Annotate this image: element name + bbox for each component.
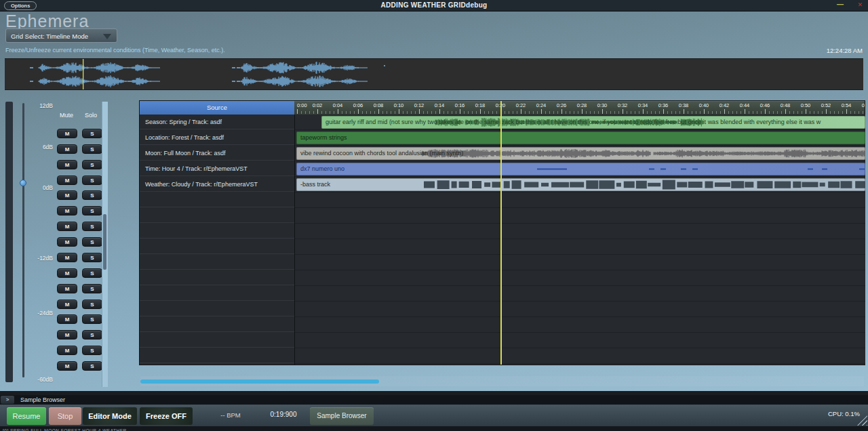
close-icon[interactable]: ✕ — [857, 1, 863, 8]
mute-button[interactable]: M — [57, 190, 77, 200]
mute-button[interactable]: M — [57, 253, 77, 262]
stop-button[interactable]: Stop — [49, 407, 81, 425]
mute-button[interactable]: M — [57, 160, 77, 169]
mute-button[interactable]: M — [57, 176, 77, 185]
ruler-time-label: 0:10 — [394, 102, 404, 108]
track-name-row[interactable]: Moon: Full Moon / Track: asdf — [140, 146, 294, 161]
window-title: ADDING WEATHER GRIDdebug — [0, 1, 868, 9]
mute-button[interactable]: M — [57, 284, 77, 293]
solo-button[interactable]: S — [82, 129, 102, 138]
playhead[interactable] — [500, 101, 502, 365]
mute-button[interactable]: M — [57, 268, 77, 278]
sample-browser-panel-header: > Sample Browser — [0, 395, 868, 405]
mute-button[interactable]: M — [57, 346, 77, 355]
db-scale-label: -12dB — [30, 255, 53, 262]
track-name-row[interactable] — [140, 192, 294, 207]
waveform-overview[interactable] — [5, 58, 863, 90]
ruler-major-tick — [378, 109, 379, 114]
audio-clip[interactable]: dx7 numero uno — [296, 163, 865, 176]
ruler-minor-tick — [387, 111, 387, 114]
solo-button[interactable]: S — [82, 361, 102, 371]
volume-fader-track[interactable] — [22, 103, 24, 377]
solo-button[interactable]: S — [82, 190, 102, 200]
ruler-minor-tick — [411, 111, 412, 114]
timeline-scrollbar-thumb[interactable] — [140, 379, 379, 384]
ruler-minor-tick — [586, 111, 587, 114]
audio-clip[interactable]: vibe rewind cocoon with chords tool anda… — [296, 147, 865, 160]
ruler-minor-tick — [708, 111, 709, 114]
solo-button[interactable]: S — [82, 346, 102, 355]
solo-button[interactable]: S — [82, 237, 102, 247]
ruler-major-tick — [765, 109, 766, 114]
mute-button[interactable]: M — [57, 237, 77, 247]
ruler-minor-tick — [334, 111, 334, 114]
transport-toolbar: Resume Stop Editor Mode Freeze OFF -- BP… — [0, 405, 868, 426]
solo-button[interactable]: S — [82, 206, 102, 216]
mute-button[interactable]: M — [57, 222, 77, 231]
track-name-row[interactable] — [140, 224, 294, 239]
ruler-minor-tick — [712, 111, 713, 114]
ruler-minor-tick — [696, 111, 696, 114]
solo-button[interactable]: S — [82, 176, 102, 185]
track-name-row[interactable] — [140, 302, 294, 316]
ruler-minor-tick — [346, 111, 347, 114]
timeline-ruler[interactable]: 0:000:020:040:060:080:100:120:140:160:18… — [294, 101, 865, 115]
ruler-minor-tick — [639, 111, 639, 114]
ruler-minor-tick — [452, 111, 452, 114]
audio-clip[interactable]: tapeworm strings — [296, 131, 865, 144]
ruler-major-tick — [602, 109, 603, 114]
audio-clip[interactable]: guitar early riff and mid (not sure why … — [321, 116, 865, 129]
ruler-time-label: 0:42 — [719, 102, 730, 108]
mute-button[interactable]: M — [57, 314, 77, 324]
solo-button[interactable]: S — [82, 314, 102, 324]
freeze-button[interactable]: Freeze OFF — [140, 407, 193, 425]
audio-clip[interactable]: -bass track — [296, 178, 865, 191]
track-name-row[interactable] — [140, 239, 294, 254]
ruler-minor-tick — [301, 111, 302, 114]
track-name-row[interactable] — [140, 286, 294, 301]
ruler-minor-tick — [403, 111, 403, 114]
solo-button[interactable]: S — [82, 222, 102, 231]
mute-button[interactable]: M — [57, 144, 77, 154]
track-name-row[interactable]: Time: Hour 4 / Track: r/EphemeraVST — [140, 161, 294, 176]
ruler-time-label: 0:44 — [740, 102, 750, 108]
expand-chevron-icon[interactable]: > — [1, 396, 14, 404]
mute-button[interactable]: M — [57, 330, 77, 340]
solo-button[interactable]: S — [82, 144, 102, 154]
mixer-scrollbar-thumb[interactable] — [103, 214, 106, 270]
volume-fader-knob[interactable] — [20, 180, 26, 186]
mute-button[interactable]: M — [57, 300, 77, 309]
solo-button[interactable]: S — [82, 268, 102, 278]
resume-button[interactable]: Resume — [7, 407, 46, 425]
track-name-row[interactable] — [140, 255, 294, 270]
ruler-major-tick — [338, 109, 338, 114]
solo-button[interactable]: S — [82, 253, 102, 262]
ruler-minor-tick — [834, 111, 835, 114]
track-name-row[interactable] — [140, 348, 294, 363]
track-name-row[interactable]: Location: Forest / Track: asdf — [140, 130, 294, 145]
mute-button[interactable]: M — [57, 206, 77, 216]
mixer-scrollbar[interactable] — [102, 102, 108, 387]
sample-browser-button[interactable]: Sample Browser — [310, 407, 374, 425]
ruler-minor-tick — [513, 111, 513, 114]
editor-mode-button[interactable]: Editor Mode — [83, 407, 137, 425]
ruler-minor-tick — [732, 111, 733, 114]
solo-button[interactable]: S — [82, 160, 102, 169]
solo-button[interactable]: S — [82, 330, 102, 340]
solo-button[interactable]: S — [82, 284, 102, 293]
track-name-row[interactable]: Season: Spring / Track: asdf — [140, 115, 294, 129]
track-name-row[interactable] — [140, 333, 294, 348]
clip-waveform — [296, 178, 865, 191]
track-name-row[interactable] — [140, 208, 294, 223]
ruler-minor-tick — [598, 111, 599, 114]
track-name-row[interactable] — [140, 270, 294, 285]
minimize-icon[interactable]: — — [837, 1, 844, 8]
mute-button[interactable]: M — [57, 361, 77, 371]
solo-button[interactable]: S — [82, 300, 102, 309]
track-name-row[interactable] — [140, 317, 294, 332]
ruler-major-tick — [541, 109, 542, 114]
mute-button[interactable]: M — [57, 129, 77, 138]
track-name-row[interactable]: Weather: Cloudy / Track: r/EphemeraVST — [140, 177, 294, 192]
ruler-major-tick — [419, 109, 420, 114]
grid-select-dropdown[interactable]: Grid Select: Timeline Mode — [5, 28, 117, 43]
